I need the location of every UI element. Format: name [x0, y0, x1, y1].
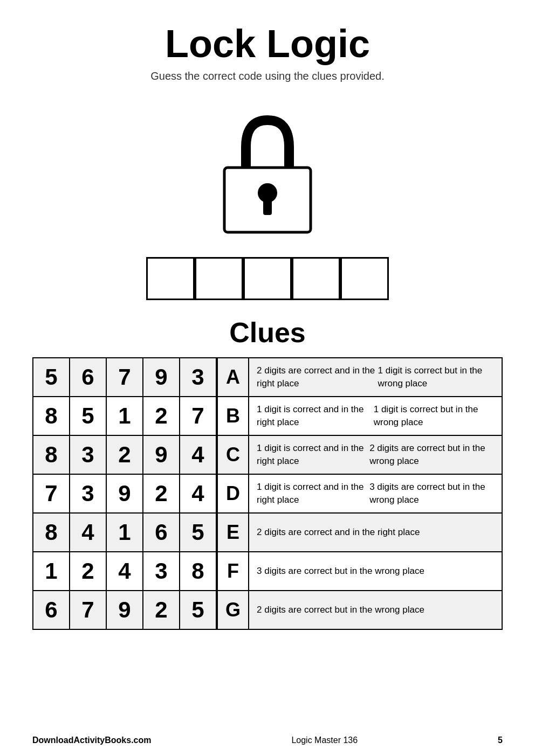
digit-cell-e-0: 8 [33, 514, 70, 551]
page-subtitle: Guess the correct code using the clues p… [150, 70, 385, 82]
clue-row-c: 83294C1 digit is correct and in the righ… [32, 435, 503, 475]
digit-cell-g-3: 2 [143, 591, 180, 629]
digit-cell-c-4: 4 [180, 436, 217, 474]
digit-cell-d-2: 9 [107, 475, 143, 512]
clue-row-a: 56793A2 digits are correct and in the ri… [32, 357, 503, 397]
digit-cells-f: 12438 [33, 552, 217, 590]
clues-title: Clues [229, 316, 306, 349]
clue-label-b: B [217, 397, 249, 435]
digit-cell-a-3: 9 [143, 358, 180, 396]
digit-cell-d-0: 7 [33, 475, 70, 512]
digit-cell-c-0: 8 [33, 436, 70, 474]
digit-cell-g-4: 5 [180, 591, 217, 629]
digit-cell-e-2: 1 [107, 514, 143, 551]
digit-cell-c-1: 3 [70, 436, 107, 474]
digit-cell-a-1: 6 [70, 358, 107, 396]
clue-row-d: 73924D1 digit is correct and in the righ… [32, 474, 503, 514]
answer-boxes [146, 257, 389, 300]
clue-label-e: E [217, 514, 249, 551]
digit-cell-e-4: 5 [180, 514, 217, 551]
footer-book-title: Logic Master 136 [291, 736, 358, 745]
clue-label-f: F [217, 552, 249, 590]
digit-cell-g-0: 6 [33, 591, 70, 629]
digit-cell-a-2: 7 [107, 358, 143, 396]
digit-cell-d-4: 4 [180, 475, 217, 512]
digit-cell-b-4: 7 [180, 397, 217, 435]
digit-cell-f-1: 2 [70, 552, 107, 590]
digit-cell-d-3: 2 [143, 475, 180, 512]
clue-row-b: 85127B1 digit is correct and in the righ… [32, 396, 503, 436]
clue-text-a: 2 digits are correct and in the right pl… [249, 358, 502, 396]
digit-cell-d-1: 3 [70, 475, 107, 512]
clue-label-c: C [217, 436, 249, 474]
digit-cell-f-2: 4 [107, 552, 143, 590]
answer-box-5[interactable] [340, 257, 389, 300]
answer-box-3[interactable] [243, 257, 292, 300]
footer-page-number: 5 [498, 736, 503, 745]
digit-cell-e-1: 4 [70, 514, 107, 551]
clue-label-a: A [217, 358, 249, 396]
digit-cell-f-0: 1 [33, 552, 70, 590]
clue-text-d: 1 digit is correct and in the right plac… [249, 475, 502, 512]
digit-cell-g-2: 9 [107, 591, 143, 629]
answer-box-1[interactable] [146, 257, 195, 300]
footer: DownloadActivityBooks.com Logic Master 1… [0, 736, 535, 745]
digit-cell-b-1: 5 [70, 397, 107, 435]
digit-cell-f-4: 8 [180, 552, 217, 590]
digit-cells-c: 83294 [33, 436, 217, 474]
clue-text-f: 3 digits are correct but in the wrong pl… [249, 552, 502, 590]
digit-cell-b-2: 1 [107, 397, 143, 435]
svg-rect-2 [263, 200, 272, 215]
digit-cell-b-3: 2 [143, 397, 180, 435]
clue-text-g: 2 digits are correct but in the wrong pl… [249, 591, 502, 629]
clue-label-d: D [217, 475, 249, 512]
digit-cells-e: 84165 [33, 514, 217, 551]
digit-cell-c-2: 2 [107, 436, 143, 474]
clues-table: 56793A2 digits are correct and in the ri… [32, 357, 503, 629]
clue-text-e: 2 digits are correct and in the right pl… [249, 514, 502, 551]
clue-row-g: 67925G2 digits are correct but in the wr… [32, 590, 503, 630]
digit-cells-b: 85127 [33, 397, 217, 435]
digit-cells-d: 73924 [33, 475, 217, 512]
lock-illustration [214, 109, 321, 241]
digit-cells-a: 56793 [33, 358, 217, 396]
digit-cells-g: 67925 [33, 591, 217, 629]
svg-point-1 [258, 183, 277, 203]
clue-row-f: 12438F3 digits are correct but in the wr… [32, 551, 503, 591]
clue-text-c: 1 digit is correct and in the right plac… [249, 436, 502, 474]
page-title: Lock Logic [165, 22, 370, 66]
answer-box-2[interactable] [195, 257, 243, 300]
digit-cell-g-1: 7 [70, 591, 107, 629]
digit-cell-c-3: 9 [143, 436, 180, 474]
digit-cell-b-0: 8 [33, 397, 70, 435]
clue-text-b: 1 digit is correct and in the right plac… [249, 397, 502, 435]
digit-cell-a-0: 5 [33, 358, 70, 396]
clue-row-e: 84165E2 digits are correct and in the ri… [32, 512, 503, 552]
digit-cell-f-3: 3 [143, 552, 180, 590]
answer-box-4[interactable] [292, 257, 340, 300]
digit-cell-a-4: 3 [180, 358, 217, 396]
page: Lock Logic Guess the correct code using … [0, 0, 535, 756]
digit-cell-e-3: 6 [143, 514, 180, 551]
footer-website: DownloadActivityBooks.com [32, 736, 151, 745]
clue-label-g: G [217, 591, 249, 629]
